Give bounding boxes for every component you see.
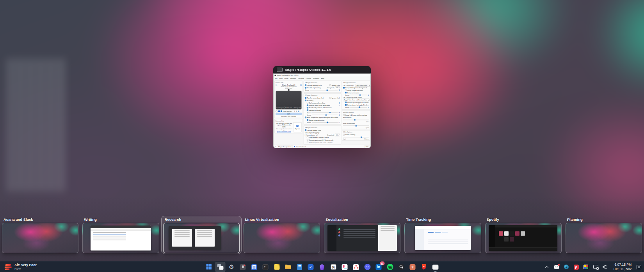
desktop-label-asana-and-slack[interactable]: Asana and Slack xyxy=(4,217,78,222)
desktop-thumbnail-planning[interactable] xyxy=(566,223,642,253)
desktop-thumbnail-research[interactable] xyxy=(163,223,240,253)
desktop-thumbnail-spotify[interactable] xyxy=(485,223,562,253)
taskbar-calculator-button[interactable] xyxy=(249,262,259,272)
checkbox[interactable] xyxy=(307,141,308,143)
taskbar-claude-button[interactable]: ✳ xyxy=(407,262,418,272)
menu-exit[interactable]: Exit xyxy=(275,77,278,79)
add-tab-icon[interactable]: + xyxy=(275,146,276,148)
pager-3[interactable]: 3 xyxy=(298,111,299,112)
checkbox[interactable] xyxy=(305,129,306,131)
desktop-label-time-tracking[interactable]: Time Tracking xyxy=(406,217,481,222)
taskbar-discord-button[interactable] xyxy=(362,262,372,272)
trackpad-tab[interactable]: 'Magic' Trackpad tab xyxy=(277,145,293,148)
reset-icon[interactable]: ↺ xyxy=(368,106,369,108)
menu-trackpad[interactable]: Trackpad xyxy=(297,77,304,79)
checkbox[interactable] xyxy=(307,102,308,104)
menu-view[interactable]: View xyxy=(279,77,283,79)
hide-button[interactable]: Hide xyxy=(364,145,370,148)
checkbox[interactable] xyxy=(305,100,306,101)
slider[interactable] xyxy=(350,95,367,96)
reset-icon[interactable]: ↺ xyxy=(338,122,340,123)
tray-chevron-up-button[interactable] xyxy=(543,263,550,270)
checkbox[interactable] xyxy=(329,97,331,99)
pager-1[interactable]: 1 xyxy=(294,111,295,112)
slider[interactable] xyxy=(350,107,367,108)
slider[interactable] xyxy=(312,112,338,113)
desktop-thumbnail-linux-virtualization[interactable] xyxy=(244,223,320,253)
taskbar-slack-button[interactable] xyxy=(340,262,350,272)
slider[interactable] xyxy=(343,137,369,138)
menu-license[interactable]: License xyxy=(306,77,311,79)
slider-knob[interactable] xyxy=(327,122,328,123)
checkbox[interactable] xyxy=(305,87,306,89)
menu-help[interactable]: Help xyxy=(321,77,324,79)
reset-icon[interactable]: ↺ xyxy=(338,89,340,91)
give-feedback-link[interactable]: Give Feedback xyxy=(296,146,306,148)
taskbar-spotify-button[interactable] xyxy=(385,262,395,272)
tray-red-p-button[interactable]: ρ xyxy=(573,263,580,270)
target-icon[interactable]: ◎ xyxy=(300,84,302,86)
taskbar-white-app-button[interactable] xyxy=(430,262,440,272)
taskbar-clock[interactable]: 6:07:15 PM Tue, 11, Nov xyxy=(613,263,632,271)
slider-knob[interactable] xyxy=(326,89,328,91)
touch-display-icon[interactable] xyxy=(278,111,280,112)
checkbox[interactable] xyxy=(343,87,345,89)
dropdown-off[interactable]: Off xyxy=(335,134,340,136)
reset-icon[interactable]: ↺ xyxy=(338,112,340,114)
taskbar-notion-button[interactable]: N xyxy=(328,262,338,272)
tray-color-grid-button[interactable] xyxy=(582,263,589,270)
desktop-thumbnail-writing[interactable] xyxy=(82,223,159,253)
taskbar-todo-button[interactable]: ✓ xyxy=(306,262,316,272)
slider[interactable] xyxy=(343,125,369,126)
slider-knob[interactable] xyxy=(356,125,357,127)
slider-knob[interactable] xyxy=(326,114,327,116)
pager-2[interactable]: 2 xyxy=(296,111,297,112)
taskbar-terminal-button[interactable]: >_ xyxy=(260,262,270,272)
tray-paw-button[interactable] xyxy=(563,263,570,270)
checkbox[interactable] xyxy=(307,119,308,121)
live-touches-checkbox[interactable] xyxy=(281,111,282,112)
desktop-label-socialization[interactable]: Socialization xyxy=(326,217,400,222)
checkbox[interactable] xyxy=(345,102,347,103)
desktop-thumbnail-socialization[interactable] xyxy=(324,223,400,253)
window-preview-header[interactable]: Magic Trackpad Utilities 3.1.5.6 xyxy=(273,66,371,73)
taskbar-file-explorer-button[interactable] xyxy=(283,262,293,272)
menu-windows[interactable]: Windows xyxy=(313,77,319,79)
menu-driver[interactable]: Driver xyxy=(284,77,288,79)
checkbox[interactable] xyxy=(307,109,308,111)
checkbox[interactable] xyxy=(307,107,308,109)
taskbar-settings-button[interactable]: ⚙ xyxy=(226,262,237,272)
slider-knob[interactable] xyxy=(361,136,362,138)
notification-center-button[interactable] xyxy=(635,263,642,270)
checkbox[interactable] xyxy=(345,104,347,106)
taskbar-linkedin-button[interactable]: in11 xyxy=(374,262,384,272)
taskbar-recorder-button[interactable] xyxy=(238,262,248,272)
checkbox[interactable] xyxy=(345,92,347,93)
desktop-thumbnail-asana-and-slack[interactable] xyxy=(2,223,78,253)
window-titlebar[interactable]: Magic Trackpad Util Ver 3.1.5.6 xyxy=(274,74,371,77)
slider-knob[interactable] xyxy=(359,94,361,96)
desktop-thumbnail-time-tracking[interactable] xyxy=(404,223,481,253)
checkbox[interactable] xyxy=(329,84,331,86)
slider[interactable] xyxy=(312,122,338,123)
magic-trackpad-utilities-window[interactable]: Magic Trackpad Util Ver 3.1.5.6 ExitView… xyxy=(273,73,371,148)
checkbox[interactable] xyxy=(343,114,345,116)
desktop-label-spotify[interactable]: Spotify xyxy=(487,217,562,222)
desktop-label-planning[interactable]: Planning xyxy=(567,217,642,222)
checkbox[interactable] xyxy=(307,104,308,106)
slider[interactable] xyxy=(312,115,338,116)
refresh-icon[interactable]: ↻ xyxy=(276,84,278,86)
tray-bot-button[interactable] xyxy=(553,263,560,270)
weather-widget[interactable]: Air: Very Poor Now xyxy=(0,261,41,272)
slider-knob[interactable] xyxy=(359,107,360,108)
checkbox[interactable] xyxy=(345,89,347,91)
dropdown-off[interactable]: Off xyxy=(335,86,340,89)
menu-settings[interactable]: Settings xyxy=(290,77,295,79)
dropdown-toggle-task-view-and-desktop-view[interactable]: Toggle Task View and Desktop View xyxy=(343,99,370,102)
taskbar-brave-button[interactable] xyxy=(419,262,429,272)
tray-display-cast-button[interactable] xyxy=(592,263,599,270)
serial-link[interactable]: gkhPCr-3wkbhW2JVbn xyxy=(276,131,292,132)
desktop-label-linux-virtualization[interactable]: Linux Virtualization xyxy=(245,217,320,222)
checkbox[interactable] xyxy=(343,134,345,136)
checkbox[interactable] xyxy=(305,97,306,99)
